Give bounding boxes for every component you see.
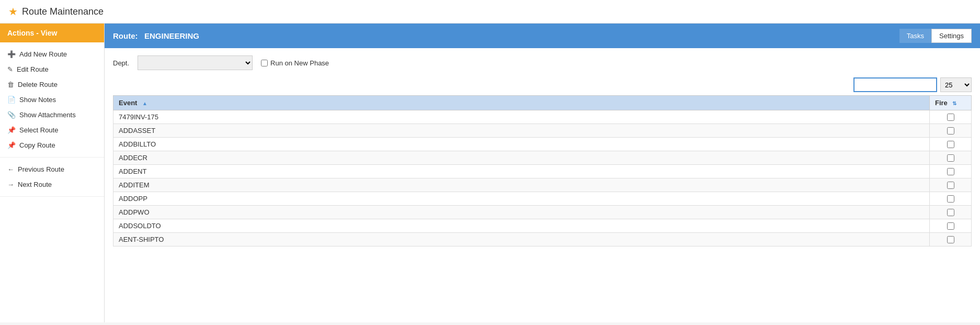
fire-cell: [930, 110, 972, 124]
fire-checkbox[interactable]: [947, 182, 954, 189]
fire-checkbox[interactable]: [947, 209, 954, 216]
table-row: 7479INV-175: [113, 110, 972, 124]
sidebar-section-navigation: ← Previous Route → Next Route: [0, 158, 104, 197]
page-header: ★ Route Maintenance: [0, 0, 980, 24]
tasks-button[interactable]: Tasks: [899, 29, 931, 43]
dept-label: Dept.: [113, 59, 129, 67]
page-title: Route Maintenance: [22, 6, 104, 17]
event-cell: 7479INV-175: [113, 110, 930, 124]
fire-cell: [930, 124, 972, 138]
fire-cell: [930, 151, 972, 165]
event-cell: ADDSOLDTO: [113, 219, 930, 233]
show-attachments-button[interactable]: 📎 Show Attachments: [0, 107, 104, 122]
select-route-button[interactable]: 📌 Select Route: [0, 122, 104, 138]
copy-route-button[interactable]: 📌 Copy Route: [0, 138, 104, 153]
event-cell: ADDOPP: [113, 192, 930, 206]
settings-button[interactable]: Settings: [931, 29, 972, 43]
fire-cell: [930, 138, 972, 151]
event-cell: ADDECR: [113, 151, 930, 165]
add-new-route-button[interactable]: ➕ Add New Route: [0, 47, 104, 62]
per-page-select[interactable]: 10 25 50 100: [940, 77, 972, 92]
delete-route-button[interactable]: 🗑 Delete Route: [0, 77, 104, 92]
notes-icon: 📄: [7, 96, 16, 104]
pin-icon: 📌: [7, 126, 16, 134]
copy-pin-icon: 📌: [7, 141, 16, 149]
table-header-row: Event ▲ Fire ⇅: [113, 96, 972, 110]
search-input[interactable]: [853, 77, 937, 92]
event-column-header[interactable]: Event ▲: [113, 96, 930, 110]
run-on-new-phase-checkbox[interactable]: [261, 60, 268, 66]
header-actions: Tasks Settings: [899, 29, 972, 43]
edit-icon: ✎: [7, 65, 13, 73]
event-cell: ADDENT: [113, 165, 930, 178]
arrow-left-icon: ←: [7, 165, 14, 173]
form-row: Dept. Run on New Phase: [113, 55, 972, 70]
fire-checkbox[interactable]: [947, 236, 954, 243]
route-title: Route: ENGINEERING: [113, 31, 199, 40]
table-row: ADDBILLTO: [113, 138, 972, 151]
fire-checkbox[interactable]: [947, 195, 954, 203]
sidebar: Actions - View ➕ Add New Route ✎ Edit Ro…: [0, 24, 105, 322]
fire-sort-icon: ⇅: [952, 100, 956, 106]
table-row: ADDASSET: [113, 124, 972, 138]
previous-route-button[interactable]: ← Previous Route: [0, 162, 104, 177]
content-body: Dept. Run on New Phase 10 25 50 100: [105, 48, 980, 322]
table-row: ADDECR: [113, 151, 972, 165]
table-row: ADDENT: [113, 165, 972, 178]
next-route-button[interactable]: → Next Route: [0, 177, 104, 192]
edit-route-button[interactable]: ✎ Edit Route: [0, 62, 104, 77]
trash-icon: 🗑: [7, 81, 14, 88]
table-row: ADDOPP: [113, 192, 972, 206]
table-row: AENT-SHIPTO: [113, 233, 972, 246]
event-cell: ADDPWO: [113, 206, 930, 219]
fire-cell: [930, 178, 972, 192]
content-area: Route: ENGINEERING Tasks Settings Dept. …: [105, 24, 980, 322]
fire-checkbox[interactable]: [947, 114, 954, 121]
arrow-right-icon: →: [7, 181, 14, 188]
content-header: Route: ENGINEERING Tasks Settings: [105, 24, 980, 48]
table-row: ADDITEM: [113, 178, 972, 192]
event-cell: ADDITEM: [113, 178, 930, 192]
table-controls: 10 25 50 100: [113, 77, 972, 92]
fire-checkbox[interactable]: [947, 222, 954, 230]
event-cell: ADDBILLTO: [113, 138, 930, 151]
plus-icon: ➕: [7, 50, 16, 58]
attachment-icon: 📎: [7, 111, 16, 119]
fire-column-header[interactable]: Fire ⇅: [930, 96, 972, 110]
fire-cell: [930, 219, 972, 233]
show-notes-button[interactable]: 📄 Show Notes: [0, 92, 104, 107]
fire-checkbox[interactable]: [947, 168, 954, 175]
sidebar-section-actions: ➕ Add New Route ✎ Edit Route 🗑 Delete Ro…: [0, 42, 104, 158]
table-row: ADDPWO: [113, 206, 972, 219]
events-table: Event ▲ Fire ⇅ 7479INV-175ADDASSETADDBIL…: [113, 95, 972, 246]
table-row: ADDSOLDTO: [113, 219, 972, 233]
star-icon: ★: [8, 5, 18, 18]
run-on-new-phase-label[interactable]: Run on New Phase: [261, 59, 329, 67]
fire-cell: [930, 165, 972, 178]
event-cell: AENT-SHIPTO: [113, 233, 930, 246]
dept-select[interactable]: [138, 55, 253, 70]
fire-cell: [930, 192, 972, 206]
fire-checkbox[interactable]: [947, 154, 954, 162]
fire-cell: [930, 206, 972, 219]
event-cell: ADDASSET: [113, 124, 930, 138]
main-layout: Actions - View ➕ Add New Route ✎ Edit Ro…: [0, 24, 980, 322]
fire-cell: [930, 233, 972, 246]
sidebar-header: Actions - View: [0, 24, 104, 42]
fire-checkbox[interactable]: [947, 141, 954, 148]
event-sort-icon: ▲: [142, 100, 147, 106]
table-body: 7479INV-175ADDASSETADDBILLTOADDECRADDENT…: [113, 110, 972, 246]
fire-checkbox[interactable]: [947, 127, 954, 135]
